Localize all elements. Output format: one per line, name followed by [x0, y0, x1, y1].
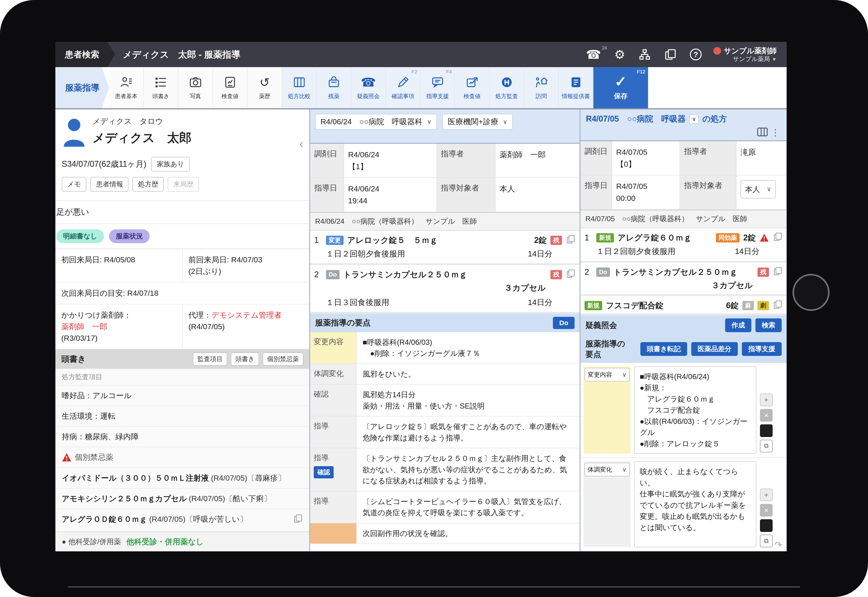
- copy-icon[interactable]: [773, 266, 783, 278]
- toolbar-zanyaku-button[interactable]: 残薬: [317, 67, 351, 108]
- value-dispense-date: R4/06/24【1】: [344, 144, 437, 178]
- toolbar: 服薬指導 患者基本 頭書き 写真 検査値 ↺ 薬歴: [55, 67, 786, 109]
- close-button[interactable]: ×: [760, 504, 773, 517]
- filter-select[interactable]: 医療機関+診療∨: [442, 114, 513, 130]
- label-instructor: 指導者: [437, 144, 495, 178]
- copy-add-button[interactable]: ⧉: [760, 535, 773, 547]
- next-visit-date: 次回来局日の目安: R4/07/18: [55, 282, 309, 304]
- search-button[interactable]: 検索: [755, 318, 782, 332]
- copy-icon[interactable]: [566, 234, 575, 246]
- copy-icon[interactable]: [566, 269, 575, 281]
- guidance-row[interactable]: 次回副作用の状況を確認。: [310, 523, 580, 544]
- new-badge: 新規: [584, 301, 602, 310]
- doctor-row: R4/07/05 ○○病院（呼吸器科） サンプル 医師: [581, 210, 786, 228]
- add-button[interactable]: +: [760, 394, 773, 406]
- toolbar-patient-basic-button[interactable]: 患者基本: [109, 67, 144, 108]
- drug-row[interactable]: 1 変更 アレロック錠５ ５ｍｇ 2錠 残 １日２回朝夕食後服用14日分: [310, 231, 580, 265]
- atogaki-button[interactable]: 頭書き: [231, 352, 259, 365]
- drug-row[interactable]: 2 Do トランサミンカプセル２５０ｍｇ 残 ３カプセル: [581, 263, 786, 296]
- confirm-chip: 確認: [314, 466, 334, 478]
- copy-docs-icon[interactable]: [664, 48, 677, 61]
- app-screen: 患者検索 メディクス 太郎 - 服薬指導 ☎24 ⚙ ? サンプル薬剤師 サンプ…: [55, 42, 786, 551]
- guidance-row[interactable]: 指導 〔アレロック錠５〕眠気を催すことがあるので、車の運転や危険な作業は避けるよ…: [310, 416, 580, 448]
- kinki-section-title: 個別禁忌薬: [55, 447, 309, 468]
- patient-info-button[interactable]: 患者情報: [91, 177, 128, 192]
- more-icon[interactable]: ⋮: [771, 127, 780, 138]
- drug-row[interactable]: 1 新規 アレグラ錠６０ｍｇ 同効薬 2錠 １日２回朝夕食後服用14日分: [581, 228, 786, 263]
- guidance-row[interactable]: 確認 風邪処方14日分 薬効・用法・用量・使い方・SE説明: [310, 385, 580, 416]
- visit-history-button[interactable]: 来局歴: [168, 177, 199, 192]
- toolbar-shidou-shien-button[interactable]: F4 指導支援: [421, 67, 455, 108]
- patient-birthdate: S34/07/07(62歳11ヶ月): [62, 159, 146, 170]
- columns-icon: [293, 76, 306, 89]
- guidance-support-button[interactable]: 指導支援: [742, 342, 782, 356]
- copy-icon[interactable]: [773, 300, 783, 312]
- toolbar-report-button[interactable]: 情報提供書: [559, 67, 593, 108]
- row-label-select[interactable]: 変更内容∨: [584, 368, 630, 382]
- condition-change-textarea[interactable]: 咳が続く、止まらなくてつらい。 仕事中に眠気が強くあり支障がでているので抗アレル…: [634, 462, 757, 547]
- bag-icon: [327, 76, 340, 89]
- preference-row: 嗜好品：アルコール: [55, 386, 309, 406]
- tab-fukuyaku-shidou[interactable]: 服薬指導: [55, 67, 109, 108]
- previous-rx-panel: R4/06/24 ○○病院 呼吸器科∨ 医療機関+診療∨ 調剤日 R4/06/2…: [310, 109, 581, 551]
- label-guidance-date: 指導日: [581, 175, 612, 209]
- sitemap-icon[interactable]: [638, 48, 651, 61]
- memo-button[interactable]: メモ: [62, 177, 86, 192]
- add-button[interactable]: +: [760, 489, 773, 501]
- row-label-select[interactable]: 体調変化∨: [584, 463, 630, 476]
- drug-row[interactable]: 新規 フスコデ配合錠 6錠 麻 劇: [581, 296, 786, 315]
- toolbar-atogaki-button[interactable]: 頭書き: [144, 67, 178, 108]
- guidance-row[interactable]: 変更内容 ■呼吸器科(R4/06/03) ●削除：イソジンガーグル液７％ ↷: [310, 332, 580, 364]
- audit-items-button[interactable]: 監査項目: [193, 352, 227, 365]
- change-content-textarea[interactable]: ■呼吸器科(R4/06/24) ●新規： アレグラ錠６０ｍｇ フスコデ配合錠 ●…: [634, 367, 757, 454]
- target-select[interactable]: 本人∨: [740, 180, 776, 198]
- toolbar-kakunin-button[interactable]: F2 確認事項: [386, 67, 421, 108]
- guidance-row[interactable]: 指導 〔シムビコートタービュヘイラー６０吸入〕気管支を広げ、気道の炎症を抑えて呼…: [310, 492, 580, 523]
- patient-search-tab[interactable]: 患者検索: [55, 42, 115, 67]
- save-button[interactable]: F12 ✓ 保存: [593, 67, 648, 108]
- kinki-drug-row: アモキシシリン２５０ｍｇカプセル (R4/07/05)〔酷い下痢〕: [55, 489, 309, 509]
- family-button[interactable]: 家族あり: [151, 157, 189, 172]
- fkey-label: F12: [637, 69, 645, 75]
- do-copy-button[interactable]: Do: [553, 317, 575, 329]
- hospital-select[interactable]: R4/06/24 ○○病院 呼吸器科∨: [315, 114, 437, 130]
- drug-diff-button[interactable]: 医薬品差分: [691, 342, 738, 356]
- toolbar-photo-button[interactable]: 写真: [178, 67, 213, 108]
- guidance-row[interactable]: 体調変化 風邪をひいた。: [310, 364, 580, 385]
- patient-search-label: 患者検索: [65, 49, 99, 60]
- toolbar-rx-compare-button[interactable]: 処方比較: [282, 67, 317, 108]
- atogaki-transfer-button[interactable]: 頭書き転記: [641, 342, 687, 356]
- label-guidance-target: 指導対象者: [680, 175, 736, 209]
- collapse-panel-icon[interactable]: ‹: [299, 137, 303, 150]
- toolbar-labs-export-button[interactable]: 検査値: [455, 67, 490, 108]
- phone-icon[interactable]: ☎24: [586, 48, 601, 61]
- user-menu[interactable]: サンプル薬剤師 サンプル薬局▼: [713, 46, 777, 62]
- copy-icon[interactable]: [773, 232, 783, 244]
- do-badge: Do: [326, 270, 339, 279]
- toolbar-gikai-button[interactable]: ☎ 疑義照会: [351, 67, 386, 108]
- toolbar-labs-button[interactable]: 検査値: [213, 67, 248, 108]
- photo-thumb[interactable]: [760, 519, 773, 532]
- copy-add-button[interactable]: ⧉: [760, 440, 773, 452]
- copy-icon[interactable]: [293, 514, 303, 527]
- toolbar-rx-audit-button[interactable]: 処方監査: [490, 67, 524, 108]
- guidance-row[interactable]: 指導確認 〔トランサミンカプセル２５０ｍｇ〕主な副作用として、食欲がない、気持ち…: [310, 448, 580, 492]
- proxy-name: デモシステム管理者: [212, 311, 282, 319]
- row-label: 指導確認: [310, 448, 357, 491]
- notification-dot: [713, 47, 721, 55]
- toolbar-history-button[interactable]: ↺ 薬歴: [248, 67, 282, 108]
- home-button[interactable]: [792, 274, 829, 311]
- tab-fukuyaku-shidou-label: 服薬指導: [65, 82, 100, 94]
- layout-columns-icon[interactable]: [757, 128, 768, 137]
- close-button[interactable]: ×: [760, 409, 773, 422]
- gear-icon[interactable]: ⚙: [614, 48, 625, 61]
- value-dispense-date: R4/07/05【0】: [612, 141, 680, 175]
- photo-thumb[interactable]: [760, 424, 773, 437]
- create-button[interactable]: 作成: [725, 318, 751, 332]
- rx-history-button[interactable]: 処方歴: [132, 177, 163, 192]
- dept-select[interactable]: ∨: [690, 114, 699, 123]
- help-icon[interactable]: ?: [690, 49, 702, 60]
- kinki-button[interactable]: 個別禁忌薬: [263, 352, 303, 365]
- drug-row[interactable]: 2 Do トランサミンカプセル２５０ｍｇ 残 ３カプセル １日３回食後服用14日…: [310, 265, 580, 313]
- toolbar-visit-button[interactable]: 訪問: [524, 67, 559, 108]
